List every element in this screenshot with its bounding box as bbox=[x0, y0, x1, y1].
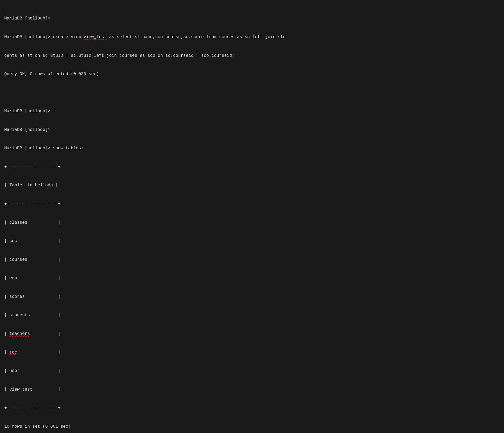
table-row-teachers: | teachers | bbox=[4, 331, 500, 337]
line-23: 10 rows in set (0.001 sec) bbox=[4, 424, 500, 430]
line-9: +--------------------+ bbox=[4, 164, 500, 170]
line-1: MariaDB [hellodb]> bbox=[4, 15, 500, 22]
line-8: MariaDB [hellodb]> show tables; bbox=[4, 145, 500, 151]
table-row-toc: | toc | bbox=[4, 350, 500, 356]
line-6: MariaDB [hellodb]> bbox=[4, 108, 500, 114]
table-row-coc: | coc | bbox=[4, 238, 500, 244]
line-22: +--------------------+ bbox=[4, 405, 500, 411]
table-row-user: | user | bbox=[4, 368, 500, 374]
line-4: Query OK, 0 rows affected (0.030 sec) bbox=[4, 71, 500, 77]
line-3: dents as st on sc.StuID = st.StuID left … bbox=[4, 53, 500, 59]
table-row-scores: | scores | bbox=[4, 294, 500, 300]
line-10: | Tables_in_hellodb | bbox=[4, 182, 500, 189]
line-blank-1 bbox=[4, 90, 500, 96]
table-row-emp: | emp | bbox=[4, 275, 500, 281]
line-11: +--------------------+ bbox=[4, 201, 500, 207]
table-row-courses: | courses | bbox=[4, 257, 500, 263]
table-row-students: | students | bbox=[4, 312, 500, 318]
terminal-window: MariaDB [hellodb]> MariaDB [hellodb]> cr… bbox=[4, 3, 500, 433]
line-2: MariaDB [hellodb]> create view view_test… bbox=[4, 34, 500, 40]
line-7: MariaDB [hellodb]> bbox=[4, 127, 500, 133]
table-row-classes: | classes | bbox=[4, 220, 500, 226]
table-row-view-test: | view_test | bbox=[4, 387, 500, 393]
